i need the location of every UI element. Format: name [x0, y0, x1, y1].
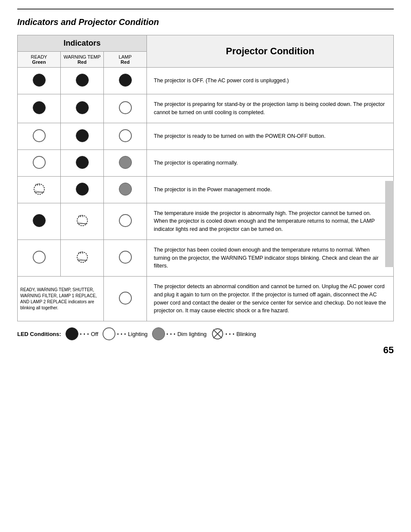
- led-icon: [119, 183, 132, 196]
- condition-cell: The temperature inside the projector is …: [147, 203, 394, 240]
- led-icon: [76, 129, 89, 142]
- condition-cell: The projector detects an abnormal condit…: [147, 277, 394, 321]
- lamp-cell: [104, 240, 147, 276]
- led-icon: [76, 214, 89, 227]
- condition-cell: The projector is OFF. (The AC power cord…: [147, 68, 394, 94]
- warning-cell: [61, 203, 104, 240]
- led-empty-icon: [103, 327, 115, 340]
- lamp-cell: [104, 176, 147, 203]
- lamp-cell: [104, 123, 147, 149]
- led-off-icon: [65, 327, 78, 340]
- ready-cell: [18, 94, 61, 123]
- indicators-table: Indicators Projector Condition READY Gre…: [17, 35, 394, 321]
- led-blink-icon: ↗↗: [211, 327, 224, 340]
- condition-cell: The projector is operating normally.: [147, 149, 394, 176]
- ready-cell: [18, 176, 61, 203]
- svg-line-8: [81, 215, 81, 217]
- indicators-header: Indicators: [18, 35, 147, 52]
- ready-cell: [18, 203, 61, 240]
- warning-cell: [61, 240, 104, 276]
- condition-cell: The projector is in the Power management…: [147, 176, 394, 203]
- led-icon: [119, 129, 132, 142]
- svg-line-13: [78, 252, 79, 254]
- warning-cell: [61, 94, 104, 123]
- led-lighting-item: • • • Lighting: [103, 327, 148, 340]
- page-number: 65: [17, 345, 394, 356]
- led-dim-item: • • • Dim lighting: [152, 327, 207, 340]
- led-icon: [119, 214, 132, 227]
- led-icon: [119, 292, 132, 305]
- led-icon: [33, 101, 46, 114]
- led-icon: [119, 156, 132, 169]
- led-dim-icon: [152, 327, 165, 340]
- led-icon: [119, 251, 132, 264]
- condition-cell: The projector is preparing for stand-by …: [147, 94, 394, 123]
- led-icon: [33, 156, 46, 169]
- col-warning-header: WARNING TEMP Red: [61, 52, 104, 68]
- projector-condition-header: Projector Condition: [147, 35, 394, 68]
- warning-cell: [61, 176, 104, 203]
- led-icon: [76, 183, 89, 196]
- led-icon: [33, 183, 46, 196]
- led-icon: [76, 101, 89, 114]
- ready-cell: [18, 68, 61, 94]
- led-icon: [33, 129, 46, 142]
- warning-cell: [61, 68, 104, 94]
- lamp-cell: [104, 203, 147, 240]
- ready-cell: [18, 149, 61, 176]
- condition-cell: The projector is ready to be turned on w…: [147, 123, 394, 149]
- ready-cell: [18, 240, 61, 276]
- led-icon: [119, 101, 132, 114]
- warning-cell: [61, 149, 104, 176]
- svg-line-14: [81, 252, 81, 254]
- led-conditions-label: LED Conditions:: [17, 331, 61, 337]
- lamp-cell: [104, 277, 147, 321]
- lamp-cell: [104, 149, 147, 176]
- svg-line-7: [78, 215, 79, 218]
- col-ready-header: READY Green: [18, 52, 61, 68]
- led-icon: [33, 214, 46, 227]
- lamp-cell: [104, 68, 147, 94]
- led-conditions-row: LED Conditions: • • • Off • • • Lighting…: [17, 327, 394, 340]
- ready-cell: [18, 123, 61, 149]
- led-icon: [76, 156, 89, 169]
- condition-cell: The projector has been cooled down enoug…: [147, 240, 394, 276]
- led-icon: [33, 74, 46, 87]
- led-icon: [76, 251, 89, 264]
- svg-line-2: [37, 184, 38, 186]
- col-lamp-header: LAMP Red: [104, 52, 147, 68]
- led-icon: [33, 251, 46, 264]
- led-off-item: • • • Off: [65, 327, 98, 340]
- svg-line-1: [35, 184, 36, 186]
- svg-text:↗↗: ↗↗: [215, 328, 220, 331]
- page-title: Indicators and Projector Condition: [17, 17, 394, 27]
- led-icon: [119, 74, 132, 87]
- lamp-cell: [104, 94, 147, 123]
- side-tab: [385, 181, 394, 267]
- warning-cell: [61, 123, 104, 149]
- multi-indicator-cell: READY, WARNING TEMP, SHUTTER, WARNING FI…: [18, 277, 104, 321]
- led-blink-item: ↗↗ • • • Blinking: [211, 327, 256, 340]
- led-icon: [76, 74, 89, 87]
